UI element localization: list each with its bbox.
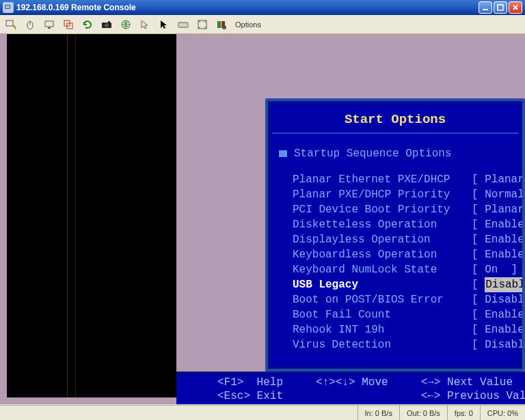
bios-item-label: PCI Device Boot Priority (293, 202, 472, 217)
cursor-outline-icon[interactable] (138, 18, 152, 31)
bios-item[interactable]: Boot on POST/BIOS Error[ Disabled (279, 292, 522, 307)
bios-item-label: Planar PXE/DHCP Priority (293, 187, 472, 202)
bracket-icon: [ (472, 262, 485, 277)
svg-rect-18 (179, 23, 187, 27)
remote-display[interactable]: Start Options Startup Sequence Options P… (0, 34, 525, 404)
camera-icon[interactable] (100, 18, 113, 31)
bios-item-value: Planar S (485, 202, 525, 217)
bios-item[interactable]: Displayless Operation[ Enabled (279, 232, 522, 247)
bios-item[interactable]: Virus Detection[ Disabled (279, 337, 522, 352)
bios-title: Start Options (272, 105, 518, 134)
bios-item-value: Enabled (485, 232, 525, 247)
bios-item[interactable]: Keyboardless Operation[ Enabled (279, 247, 522, 262)
bios-item-value: Disabled (485, 337, 525, 352)
bracket-icon: [ (472, 172, 485, 187)
bracket-icon: [ (472, 247, 485, 262)
svg-rect-13 (108, 21, 110, 23)
bracket-icon: [ (472, 187, 485, 202)
bios-item[interactable]: Planar PXE/DHCP Priority[ Normal ] (279, 187, 522, 202)
bracket-icon: [ (472, 322, 485, 337)
refresh-icon[interactable] (81, 18, 94, 31)
status-cpu: CPU: 0% (480, 406, 525, 420)
bios-section-header: Startup Sequence Options (279, 146, 522, 161)
toolbar: Options (0, 15, 525, 34)
svg-point-22 (222, 25, 226, 29)
statusbar: In: 0 B/s Out: 0 B/s fps: 0 CPU: 0% (0, 405, 525, 420)
status-in: In: 0 B/s (358, 406, 399, 420)
bracket-icon: [ (472, 232, 485, 247)
bracket-icon: [ (472, 337, 485, 352)
svg-rect-8 (48, 27, 51, 29)
bracket-icon: [ (472, 277, 485, 292)
close-button[interactable] (509, 1, 522, 14)
black-panel (7, 34, 176, 397)
monitor-icon[interactable] (42, 18, 56, 31)
app-icon (3, 2, 14, 13)
cursor-solid-icon[interactable] (157, 18, 171, 31)
bios-item-value: Planar E (485, 172, 525, 187)
bios-item-label: USB Legacy (293, 277, 472, 292)
bios-item-value: Enabled (485, 322, 525, 337)
bios-window: Start Options Startup Sequence Options P… (265, 98, 525, 372)
globe-icon[interactable] (119, 18, 133, 31)
minimize-button[interactable] (479, 1, 492, 14)
bios-item-value: On ] (485, 262, 517, 277)
windows-overlap-icon[interactable] (62, 18, 75, 31)
bios-item-value: Disabled (485, 277, 525, 292)
bios-item[interactable]: Planar Ethernet PXE/DHCP[ Planar E (279, 172, 522, 187)
bios-item-label: Virus Detection (293, 337, 472, 352)
window-title: 192.168.0.169 Remote Console (16, 3, 479, 12)
bios-item[interactable]: Disketteless Operation[ Enabled (279, 217, 522, 232)
bios-item-value: Enabled (485, 247, 525, 262)
bios-item-label: Boot on POST/BIOS Error (293, 292, 472, 307)
bios-item-label: Planar Ethernet PXE/DHCP (293, 172, 472, 187)
bios-item[interactable]: Rehook INT 19h[ Enabled (279, 322, 522, 337)
bios-item-label: Keyboard NumLock State (293, 262, 472, 277)
status-out: Out: 0 B/s (399, 406, 447, 420)
svg-rect-20 (217, 21, 221, 28)
svg-rect-4 (6, 20, 13, 26)
bios-item-value: Normal ] (485, 187, 525, 202)
bios-item[interactable]: USB Legacy[ Disabled (279, 277, 522, 292)
bracket-icon: [ (472, 202, 485, 217)
status-fps: fps: 0 (447, 406, 480, 420)
keyboard-icon[interactable] (176, 18, 190, 31)
bios-item-label: Rehook INT 19h (293, 322, 472, 337)
monitor-arrow-icon[interactable] (4, 18, 18, 31)
bracket-icon: [ (472, 307, 485, 322)
bracket-icon: [ (472, 217, 485, 232)
bullet-icon (279, 150, 287, 157)
bios-item-value: Enabled (485, 307, 525, 322)
bios-item[interactable]: Keyboard NumLock State[ On ] (279, 262, 522, 277)
bios-footer: <F1> Help <↑><↓> Move <→> Next Value <Es… (176, 372, 525, 404)
svg-rect-1 (5, 5, 10, 8)
bios-section-label: Startup Sequence Options (294, 146, 451, 161)
bios-item[interactable]: Boot Fail Count[ Enabled (279, 307, 522, 322)
svg-rect-3 (498, 5, 503, 10)
svg-rect-7 (45, 21, 53, 27)
bios-item-label: Disketteless Operation (293, 217, 472, 232)
options-icon[interactable] (215, 18, 228, 31)
maximize-button[interactable] (494, 1, 507, 14)
bios-item[interactable]: PCI Device Boot Priority[ Planar S (279, 202, 522, 217)
bios-item-label: Keyboardless Operation (293, 247, 472, 262)
bios-footer-line2: <Esc> Exit <←> Previous Value (217, 390, 525, 402)
options-label[interactable]: Options (235, 20, 261, 29)
bios-item-label: Boot Fail Count (293, 307, 472, 322)
bios-footer-line1: <F1> Help <↑><↓> Move <→> Next Value (217, 376, 513, 389)
svg-point-12 (105, 23, 109, 27)
mouse-icon[interactable] (23, 18, 37, 31)
svg-rect-2 (483, 9, 488, 10)
bios-item-value: Disabled (485, 292, 525, 307)
bracket-icon: [ (472, 292, 485, 307)
fullscreen-icon[interactable] (196, 18, 209, 31)
bios-item-value: Enabled (485, 217, 525, 232)
bios-item-label: Displayless Operation (293, 232, 472, 247)
window-titlebar: 192.168.0.169 Remote Console (0, 0, 525, 15)
